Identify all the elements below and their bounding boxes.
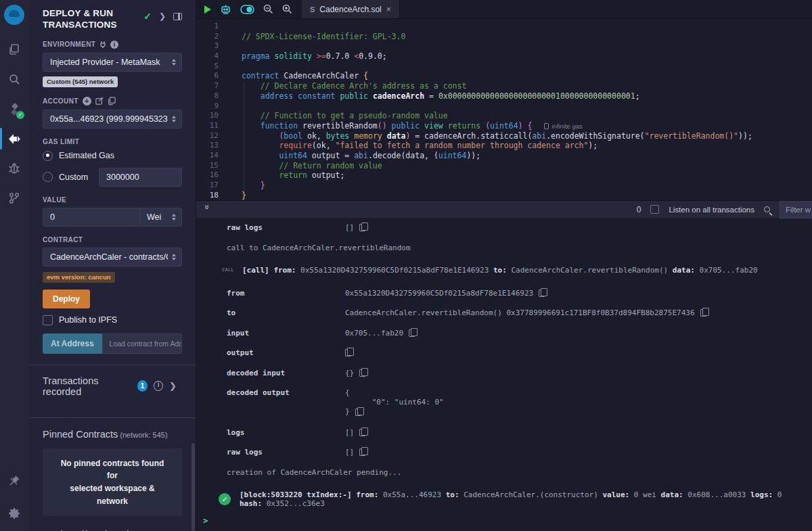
copy-icon[interactable]	[359, 224, 365, 231]
code-text: }	[227, 181, 265, 191]
editor-line[interactable]: 6contract CadenceArchCaler {	[196, 71, 812, 81]
account-select[interactable]: 0x55a...46923 (999.9999453238	[43, 110, 182, 129]
plugin-manager-icon[interactable]	[0, 466, 28, 496]
gas-icon	[544, 123, 549, 129]
tx-info-icon[interactable]: i	[154, 381, 163, 391]
terminal-search-icon[interactable]	[764, 206, 770, 212]
zoom-out-icon[interactable]	[263, 4, 273, 14]
tx-expand-icon[interactable]: ❯	[169, 381, 177, 391]
editor-line[interactable]: 12 (bool ok, bytes memory data) = cadenc…	[196, 131, 812, 141]
account-label: ACCOUNT +	[43, 97, 182, 106]
close-tab-icon[interactable]: ×	[386, 5, 391, 14]
editor-line[interactable]: 14 uint64 output = abi.decode(data, (uin…	[196, 151, 812, 161]
evm-version-badge: evm version: cancun	[43, 272, 115, 283]
ai-assistant-icon[interactable]	[220, 4, 231, 15]
estimated-gas-option[interactable]: Estimated Gas	[43, 151, 182, 161]
contract-label: CONTRACT	[43, 236, 182, 244]
remix-logo[interactable]	[4, 5, 24, 25]
line-number: 9	[196, 101, 227, 112]
copy-icon[interactable]	[355, 409, 361, 416]
editor-line[interactable]: 4pragma solidity >=0.7.0 <0.9.0;	[196, 51, 812, 62]
deployed-contracts-title: Deployed/Unpinned Contracts	[43, 516, 182, 531]
deploy-run-panel: DEPLOY & RUN TRANSACTIONS ✓ ❯ ENVIRONMEN…	[28, 0, 196, 531]
code-text: contract CadenceArchCaler {	[227, 71, 368, 81]
terminal-output[interactable]: raw logs[]call to CadenceArchCaler.rever…	[196, 218, 812, 531]
at-address-button[interactable]: At Address	[43, 333, 102, 354]
environment-select[interactable]: Injected Provider - MetaMask	[43, 53, 182, 72]
line-number: 5	[196, 62, 227, 72]
copy-icon[interactable]	[359, 448, 365, 456]
solidity-compiler-icon[interactable]: ✓	[0, 94, 28, 124]
code-editor[interactable]: 12// SPDX-License-Identifier: GPL-3.034p…	[196, 19, 812, 200]
pin-panel-icon[interactable]	[173, 13, 182, 20]
collapse-terminal-icon[interactable]: »	[202, 205, 212, 214]
copy-icon[interactable]	[359, 369, 365, 377]
editor-line[interactable]: 9	[196, 101, 812, 112]
success-check-icon: ✓	[219, 493, 231, 505]
transactions-recorded-row[interactable]: Transactions recorded 1 i ❯	[43, 365, 182, 407]
terminal-row: decoded input{}	[227, 369, 805, 377]
line-number: 18	[196, 191, 227, 200]
copy-icon[interactable]	[359, 429, 365, 436]
panel-scrollbar[interactable]	[191, 443, 195, 531]
terminal-prompt[interactable]: >	[203, 516, 208, 526]
environment-info-icon[interactable]: i	[110, 41, 118, 49]
deploy-run-icon[interactable]	[0, 124, 28, 154]
code-text: uint64 output = abi.decode(data, (uint64…	[227, 151, 480, 161]
ipfs-checkbox[interactable]	[43, 315, 53, 325]
chevron-updown-icon	[172, 116, 176, 122]
line-number: 15	[196, 161, 227, 171]
terminal-row: raw logs[]	[227, 448, 805, 457]
copy-icon[interactable]	[345, 349, 351, 356]
panel-expand-icon[interactable]: ❯	[159, 11, 166, 21]
editor-line[interactable]: 7 // Declare Cadence Arch's address as a…	[196, 81, 812, 91]
copy-icon[interactable]	[409, 329, 415, 337]
git-icon[interactable]	[0, 183, 28, 213]
editor-line[interactable]: 1	[196, 22, 812, 32]
radio-selected-icon[interactable]	[43, 151, 53, 161]
value-input[interactable]: 0	[43, 208, 140, 227]
ai-toggle-icon[interactable]	[240, 5, 254, 14]
settings-gear-icon[interactable]	[0, 496, 28, 531]
filter-input[interactable]: Filter w	[780, 201, 812, 218]
editor-line[interactable]: 17 }	[196, 181, 812, 191]
solidity-file-icon: S	[310, 5, 315, 14]
sign-message-icon[interactable]	[95, 97, 104, 105]
value-unit-select[interactable]: Wei	[140, 208, 182, 227]
deploy-button[interactable]: Deploy	[43, 290, 90, 308]
at-address-input[interactable]: Load contract from Addres	[102, 333, 182, 354]
editor-line[interactable]: 16 return output;	[196, 170, 812, 181]
no-pinned-message: No pinned contracts found for selected w…	[43, 448, 182, 516]
editor-line[interactable]: 5	[196, 62, 812, 72]
editor-line[interactable]: 8 address constant public cadenceArch = …	[196, 91, 812, 101]
zoom-in-icon[interactable]	[282, 4, 292, 14]
custom-gas-input[interactable]: 3000000	[99, 168, 182, 187]
add-account-icon[interactable]: +	[83, 97, 91, 106]
line-number: 2	[196, 32, 227, 42]
editor-line[interactable]: 11 function revertibleRandom() public vi…	[196, 121, 812, 131]
copy-account-icon[interactable]	[108, 97, 116, 105]
editor-line[interactable]: 10 // Function to get a pseudo-random va…	[196, 111, 812, 121]
run-script-icon[interactable]	[204, 5, 211, 14]
listen-label: Listen on all transactions	[669, 206, 754, 214]
code-text: pragma solidity >=0.7.0 <0.9.0;	[227, 51, 387, 62]
publish-ipfs-option[interactable]: Publish to IPFS	[43, 315, 182, 325]
editor-line[interactable]: 15 // Return random value	[196, 161, 812, 171]
editor-line[interactable]: 18}	[196, 191, 812, 200]
file-explorer-icon[interactable]	[0, 34, 28, 64]
plug-icon[interactable]	[99, 41, 106, 48]
network-badge: Custom (545) network	[43, 76, 118, 87]
copy-icon[interactable]	[700, 309, 706, 317]
editor-line[interactable]: 3	[196, 41, 812, 51]
search-icon[interactable]	[0, 64, 28, 94]
terminal-row: logs[]	[227, 428, 805, 437]
copy-icon[interactable]	[539, 290, 545, 297]
contract-select[interactable]: CadenceArchCaler - contracts/Cac	[43, 248, 182, 267]
chevron-updown-icon	[172, 59, 176, 66]
listen-checkbox[interactable]	[650, 205, 659, 214]
custom-gas-radio[interactable]	[43, 172, 53, 182]
tab-cadencearch-sol[interactable]: S CadenceArch.sol ×	[302, 0, 400, 18]
debugger-icon[interactable]	[0, 154, 28, 183]
editor-line[interactable]: 2// SPDX-License-Identifier: GPL-3.0	[196, 32, 812, 42]
editor-line[interactable]: 13 require(ok, "failed to fetch a random…	[196, 141, 812, 151]
